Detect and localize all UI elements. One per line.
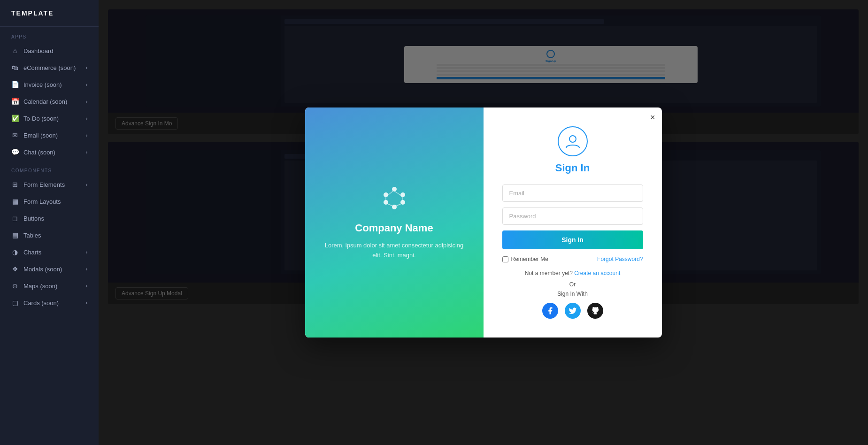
chevron-right-icon: › bbox=[86, 300, 87, 306]
home-icon: ⌂ bbox=[11, 47, 19, 54]
sidebar-item-maps[interactable]: ⊙ Maps (soon) › bbox=[0, 277, 99, 294]
sidebar-item-cards[interactable]: ▢ Cards (soon) › bbox=[0, 294, 99, 311]
remember-me-checkbox[interactable] bbox=[502, 256, 508, 262]
invoice-icon: 📄 bbox=[11, 81, 19, 88]
svg-point-3 bbox=[392, 205, 397, 209]
email-input[interactable] bbox=[502, 184, 643, 202]
svg-line-6 bbox=[394, 191, 401, 196]
modal-title: Sign In bbox=[555, 162, 590, 174]
sidebar-item-calendar[interactable]: 📅 Calendar (soon) › bbox=[0, 93, 99, 110]
company-description: Lorem, ipsum dolor sit amet consectetur … bbox=[320, 241, 469, 261]
svg-line-11 bbox=[387, 191, 393, 196]
chevron-right-icon: › bbox=[86, 133, 87, 138]
sidebar-item-charts[interactable]: ◑ Charts › bbox=[0, 244, 99, 261]
modal-backdrop[interactable]: × bbox=[99, 0, 868, 445]
maps-icon: ⊙ bbox=[11, 282, 19, 290]
chevron-right-icon: › bbox=[86, 82, 87, 87]
svg-point-5 bbox=[384, 192, 388, 197]
email-icon: ✉ bbox=[11, 131, 19, 139]
section-label-components: COMPONENTS bbox=[0, 161, 99, 176]
chevron-right-icon: › bbox=[86, 250, 87, 255]
modals-icon: ❖ bbox=[11, 265, 19, 273]
calendar-icon: 📅 bbox=[11, 98, 19, 105]
sidebar-item-todo[interactable]: ✅ To-Do (soon) › bbox=[0, 110, 99, 127]
charts-icon: ◑ bbox=[11, 248, 19, 256]
chevron-right-icon: › bbox=[86, 267, 87, 272]
sidebar: TEMPLATE APPS ⌂ Dashboard 🛍 eCommerce (s… bbox=[0, 0, 99, 445]
chevron-right-icon: › bbox=[86, 65, 87, 70]
social-icons-group bbox=[542, 303, 603, 319]
or-divider: Or bbox=[569, 281, 576, 288]
sidebar-item-ecommerce[interactable]: 🛍 eCommerce (soon) › bbox=[0, 59, 99, 76]
svg-line-9 bbox=[387, 204, 393, 206]
todo-icon: ✅ bbox=[11, 115, 19, 122]
sidebar-item-dashboard[interactable]: ⌂ Dashboard bbox=[0, 42, 99, 59]
tables-icon: ▤ bbox=[11, 231, 19, 239]
section-label-apps: APPS bbox=[0, 27, 99, 42]
signin-modal: × bbox=[305, 107, 662, 338]
cards-icon: ▢ bbox=[11, 299, 19, 307]
chevron-right-icon: › bbox=[86, 182, 87, 187]
svg-line-8 bbox=[396, 204, 401, 206]
company-logo-icon bbox=[381, 184, 407, 213]
github-signin-button[interactable] bbox=[587, 303, 603, 319]
buttons-icon: ◻ bbox=[11, 215, 19, 222]
facebook-signin-button[interactable] bbox=[542, 303, 558, 319]
sidebar-item-buttons[interactable]: ◻ Buttons bbox=[0, 210, 99, 227]
not-member-text: Not a member yet? Create an account bbox=[525, 270, 620, 276]
sidebar-item-chat[interactable]: 💬 Chat (soon) › bbox=[0, 144, 99, 161]
chevron-right-icon: › bbox=[86, 284, 87, 289]
modal-right-panel: Sign In Sign In Remember Me Forgot Passw… bbox=[484, 107, 662, 338]
user-avatar-icon bbox=[558, 126, 588, 156]
sidebar-item-invoice[interactable]: 📄 Invoice (soon) › bbox=[0, 76, 99, 93]
company-name: Company Name bbox=[355, 222, 433, 234]
password-input[interactable] bbox=[502, 207, 643, 225]
sidebar-item-email[interactable]: ✉ Email (soon) › bbox=[0, 127, 99, 144]
form-layouts-icon: ▦ bbox=[11, 198, 19, 205]
sidebar-logo: TEMPLATE bbox=[0, 0, 99, 27]
sidebar-item-form-elements[interactable]: ⊞ Form Elements › bbox=[0, 176, 99, 193]
chat-icon: 💬 bbox=[11, 148, 19, 156]
svg-point-12 bbox=[569, 136, 576, 142]
svg-point-1 bbox=[400, 192, 405, 197]
shop-icon: 🛍 bbox=[11, 64, 19, 71]
remember-me-label[interactable]: Remember Me bbox=[502, 256, 548, 262]
forgot-password-link[interactable]: Forgot Password? bbox=[597, 256, 643, 262]
form-elements-icon: ⊞ bbox=[11, 181, 19, 188]
main-content: Sign Up Advance Sign In Mo bbox=[99, 0, 868, 445]
sign-in-with-label: Sign In With bbox=[557, 291, 588, 297]
sidebar-item-tables[interactable]: ▤ Tables bbox=[0, 227, 99, 244]
create-account-link[interactable]: Create an account bbox=[574, 270, 620, 276]
chevron-right-icon: › bbox=[86, 150, 87, 155]
chevron-right-icon: › bbox=[86, 116, 87, 121]
signin-button[interactable]: Sign In bbox=[502, 230, 643, 249]
sidebar-item-modals[interactable]: ❖ Modals (soon) › bbox=[0, 261, 99, 277]
chevron-right-icon: › bbox=[86, 99, 87, 104]
twitter-signin-button[interactable] bbox=[565, 303, 581, 319]
sidebar-item-form-layouts[interactable]: ▦ Form Layouts bbox=[0, 193, 99, 210]
remember-forgot-row: Remember Me Forgot Password? bbox=[502, 256, 643, 262]
modal-left-panel: Company Name Lorem, ipsum dolor sit amet… bbox=[305, 107, 484, 338]
modal-close-button[interactable]: × bbox=[650, 113, 655, 122]
